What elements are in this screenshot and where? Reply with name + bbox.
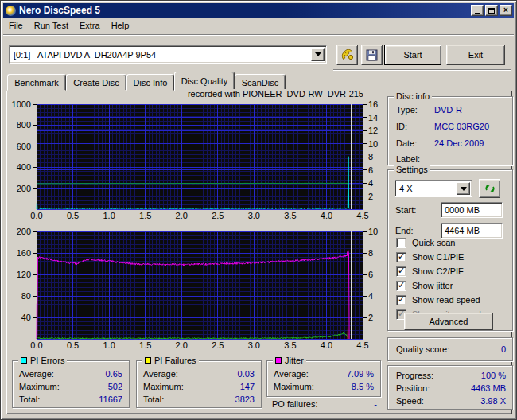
start-button[interactable]: Start [384,45,441,65]
svg-text:0.5: 0.5 [67,340,79,350]
svg-text:160: 160 [17,248,31,258]
svg-text:3.5: 3.5 [284,340,296,350]
jitter-panel: Jitter Average:7.09 % Maximum:8.5 % [266,360,381,397]
svg-text:600: 600 [17,142,31,151]
exit-button-label: Exit [468,50,483,60]
quality-score-value: 0 [501,344,506,354]
speed-label: Speed: [396,396,424,406]
progress-value: 100 % [481,371,506,380]
pi-errors-panel: PI Errors Average:0.65 Maximum:502 Total… [12,360,130,408]
progress-label: Progress: [396,371,433,380]
checkbox-label: Show C1/PIE [412,252,464,262]
checkbox-quick-scan[interactable]: Quick scan [396,237,455,248]
checkbox-show-jitter[interactable]: ✓ Show jitter [396,280,453,291]
svg-text:80: 80 [21,291,31,301]
checkbox-label: Show jitter [412,281,453,290]
scan-start-label: Start: [395,205,416,215]
check-icon: ✓ [398,266,405,275]
disc-label-label: Label: [396,154,434,164]
checkbox-show-read-speed[interactable]: ✓ Show read speed [396,294,480,305]
minimize-button[interactable] [471,5,484,16]
drive-select-drop-button[interactable] [311,48,325,61]
stat-label: Maximum: [274,382,314,391]
pi-errors-title-row: PI Errors [18,356,67,365]
svg-text:2.0: 2.0 [176,340,188,350]
checkbox-show-c1-pie[interactable]: ✓ Show C1/PIE [396,251,464,262]
svg-text:12: 12 [368,126,378,135]
drive-select[interactable]: [0:1] ATAPI DVD A DH20A4P 9P54 [9,45,327,64]
svg-text:16: 16 [368,99,378,109]
jitter-swatch-icon [275,357,282,364]
window-title: Nero DiscSpeed 5 [19,5,469,16]
menu-item-run-test[interactable]: Run Test [29,19,74,32]
save-button[interactable] [361,45,383,65]
minimize-icon [475,13,480,14]
svg-text:10: 10 [368,227,378,236]
svg-text:4.5: 4.5 [356,340,368,350]
pi-errors-title: PI Errors [30,356,64,365]
checkbox-show-c2-pif[interactable]: ✓ Show C2/PIF [396,266,464,277]
check-icon: ✓ [398,281,405,290]
disc-id-value: MCC 03RG20 [434,122,489,131]
exit-button[interactable]: Exit [446,45,505,65]
title-bar: Nero DiscSpeed 5 × [3,3,514,18]
svg-text:800: 800 [17,120,31,130]
checkbox-label: Show read speed [412,295,480,305]
checkbox-box: ✓ [396,252,406,262]
scan-end-label: End: [395,226,414,235]
settings-panel: Settings 4 X Start: 0000 MB End: 4464 MB… [387,169,513,331]
menu-bar: File Run Test Extra Help [3,18,514,33]
stat-label: Average: [143,369,178,379]
pi-failures-title-row: PI Failures [142,356,199,365]
stat-label: Total: [143,395,164,404]
start-button-label: Start [403,50,422,60]
checkbox-box [396,238,406,248]
svg-text:2: 2 [368,313,373,322]
advanced-button[interactable]: Advanced [404,313,493,330]
stat-label: Average: [274,369,309,379]
stat-label: Total: [19,395,40,404]
svg-text:3.0: 3.0 [248,340,260,350]
checkbox-box: ✓ [396,266,406,277]
checkbox-label: Quick scan [412,238,455,247]
svg-text:8: 8 [368,152,373,161]
scan-end-field[interactable]: 4464 MB [441,223,503,239]
floppy-save-icon [366,49,378,61]
refresh-button[interactable] [479,179,500,198]
checkbox-label: Show C2/PIF [412,266,464,276]
tab-disc-info[interactable]: Disc Info [126,74,174,91]
menu-item-help[interactable]: Help [106,19,135,32]
tab-scandisc[interactable]: ScanDisc [235,74,286,91]
svg-text:200: 200 [17,227,31,236]
disc-date-label: Date: [396,138,434,148]
pi-failures-title: PI Failures [154,356,196,365]
speed-select-drop-button[interactable] [457,182,470,195]
scan-start-field[interactable]: 0000 MB [441,202,503,218]
pi-errors-swatch-icon [21,357,27,364]
svg-text:1.5: 1.5 [139,340,151,350]
menu-item-file[interactable]: File [3,19,29,32]
po-failures-row: PO failures: - [272,399,377,409]
svg-text:4: 4 [368,178,373,188]
tab-create-disc[interactable]: Create Disc [66,74,126,91]
speed-select[interactable]: 4 X [395,180,472,197]
calibrate-button[interactable] [336,45,358,65]
maximize-button[interactable] [485,5,498,16]
app-window: Nero DiscSpeed 5 × File Run Test Extra H… [0,0,517,420]
quality-score-label: Quality score: [396,344,449,354]
stat-value: 3823 [235,395,255,404]
menu-item-extra[interactable]: Extra [74,19,106,32]
refresh-icon [484,183,496,194]
stat-label: Average: [19,369,54,379]
drive-select-value: [0:1] ATAPI DVD A DH20A4P 9P54 [10,50,309,60]
svg-text:10: 10 [368,139,378,149]
stat-label: Maximum: [19,382,60,391]
quality-score-panel: Quality score: 0 [387,337,513,361]
svg-text:200: 200 [17,184,31,193]
stat-value: 7.09 % [347,369,374,379]
tab-benchmark[interactable]: Benchmark [7,74,66,91]
check-icon: ✓ [398,295,405,304]
svg-text:6: 6 [368,165,373,175]
stat-label: Maximum: [143,382,184,391]
close-button[interactable]: × [500,5,512,16]
